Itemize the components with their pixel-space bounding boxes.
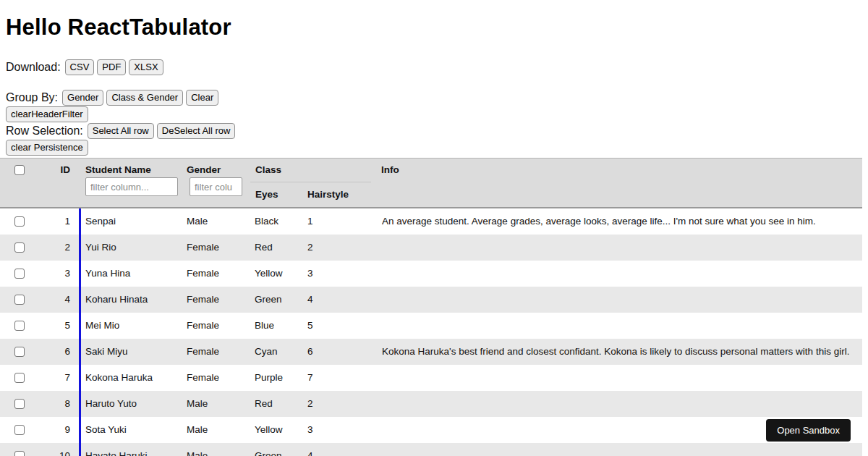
header-gender[interactable]: Gender [182, 159, 250, 207]
row-checkbox-cell [0, 313, 38, 339]
table-row[interactable]: 1 Senpai Male Black 1 An average student… [0, 208, 862, 235]
download-csv-button[interactable]: CSV [65, 59, 95, 75]
cell-info [377, 235, 862, 261]
row-checkbox-cell [0, 365, 38, 391]
deselect-all-row-button[interactable]: DeSelect All row [157, 123, 236, 139]
row-checkbox-cell [0, 208, 38, 235]
cell-hairstyle: 1 [303, 208, 377, 235]
clear-persistence-button[interactable]: clear Persistence [6, 140, 88, 156]
download-toolbar: Download: CSV PDF XLSX [6, 59, 868, 75]
table-row[interactable]: 10 Hayato Haruki Male Green 4 [0, 443, 862, 456]
cell-info [377, 287, 862, 313]
cell-student-name: Senpai [79, 208, 182, 235]
table-row[interactable]: 9 Sota Yuki Male Yellow 3 [0, 417, 862, 443]
row-checkbox-cell [0, 417, 38, 443]
gender-filter-input[interactable] [190, 177, 242, 196]
table-row[interactable]: 8 Haruto Yuto Male Red 2 [0, 391, 862, 417]
select-all-checkbox[interactable] [14, 165, 25, 175]
row-checkbox-cell [0, 287, 38, 313]
cell-gender: Female [182, 339, 250, 365]
page-title: Hello ReactTabulator [6, 14, 862, 41]
cell-id: 8 [38, 391, 79, 417]
cell-student-name: Koharu Hinata [79, 287, 182, 313]
row-checkbox[interactable] [14, 451, 25, 456]
header-info[interactable]: Info [377, 159, 862, 207]
cell-gender: Female [182, 313, 250, 339]
row-checkbox[interactable] [14, 269, 25, 279]
download-pdf-button[interactable]: PDF [97, 59, 126, 75]
cell-gender: Female [182, 235, 250, 261]
cell-id: 9 [38, 417, 79, 443]
cell-info [377, 313, 862, 339]
select-all-row-button[interactable]: Select All row [88, 123, 154, 139]
cell-gender: Male [182, 417, 250, 443]
table-header: ID Student Name Gender Class Eyes Hairst… [0, 158, 862, 208]
cell-student-name: Sota Yuki [79, 417, 182, 443]
cell-gender: Male [182, 443, 250, 456]
header-id[interactable]: ID [38, 159, 79, 207]
cell-info [377, 261, 862, 287]
group-by-label: Group By: [6, 91, 58, 104]
row-checkbox-cell [0, 235, 38, 261]
header-hairstyle[interactable]: Hairstyle [303, 182, 349, 200]
row-checkbox[interactable] [14, 216, 25, 227]
row-checkbox[interactable] [14, 321, 25, 331]
cell-id: 4 [38, 287, 79, 313]
cell-id: 1 [38, 208, 79, 235]
row-checkbox[interactable] [14, 295, 25, 305]
cell-student-name: Saki Miyu [79, 339, 182, 365]
table-row[interactable]: 2 Yui Rio Female Red 2 [0, 235, 862, 261]
cell-info: Kokona Haruka's best friend and closest … [377, 339, 862, 365]
group-by-gender-button[interactable]: Gender [62, 90, 103, 106]
row-selection-toolbar: Row Selection: Select All row DeSelect A… [6, 122, 868, 139]
table-row[interactable]: 4 Koharu Hinata Female Green 4 [0, 287, 862, 313]
cell-eyes: Purple [250, 365, 303, 391]
cell-info [377, 391, 862, 417]
cell-eyes: Yellow [250, 261, 303, 287]
cell-id: 5 [38, 313, 79, 339]
cell-student-name: Haruto Yuto [79, 391, 182, 417]
header-gender-label: Gender [187, 164, 250, 175]
cell-eyes: Yellow [250, 417, 303, 443]
header-student-name-label: Student Name [85, 164, 182, 175]
row-checkbox[interactable] [14, 347, 25, 357]
cell-hairstyle: 7 [303, 365, 377, 391]
header-student-name[interactable]: Student Name [79, 159, 182, 207]
cell-eyes: Black [250, 208, 303, 235]
group-by-class-gender-button[interactable]: Class & Gender [106, 90, 183, 106]
cell-id: 10 [38, 443, 79, 456]
cell-eyes: Blue [250, 313, 303, 339]
student-name-filter-input[interactable] [85, 177, 178, 196]
cell-hairstyle: 2 [303, 391, 377, 417]
cell-hairstyle: 5 [303, 313, 377, 339]
open-sandbox-button[interactable]: Open Sandbox [766, 419, 851, 442]
header-eyes[interactable]: Eyes [250, 182, 303, 200]
table-row[interactable]: 5 Mei Mio Female Blue 5 [0, 313, 862, 339]
cell-info: An average student. Average grades, aver… [377, 208, 862, 235]
row-checkbox-cell [0, 391, 38, 417]
row-checkbox[interactable] [14, 373, 25, 383]
table-row[interactable]: 6 Saki Miyu Female Cyan 6 Kokona Haruka'… [0, 339, 862, 365]
cell-info [377, 365, 862, 391]
class-subheaders: Eyes Hairstyle [250, 182, 377, 200]
row-checkbox[interactable] [14, 242, 25, 253]
cell-gender: Male [182, 208, 250, 235]
cell-hairstyle: 4 [303, 443, 377, 456]
header-class-label[interactable]: Class [250, 159, 377, 182]
group-by-clear-button[interactable]: Clear [186, 90, 218, 106]
cell-eyes: Green [250, 287, 303, 313]
cell-gender: Male [182, 391, 250, 417]
cell-eyes: Red [250, 235, 303, 261]
row-checkbox[interactable] [14, 399, 25, 409]
cell-student-name: Kokona Haruka [79, 365, 182, 391]
table-row[interactable]: 7 Kokona Haruka Female Purple 7 [0, 365, 862, 391]
table-row[interactable]: 3 Yuna Hina Female Yellow 3 [0, 261, 862, 287]
clear-header-filter-button[interactable]: clearHeaderFilter [6, 106, 88, 122]
download-xlsx-button[interactable]: XLSX [129, 59, 163, 75]
row-checkbox-cell [0, 443, 38, 456]
row-selection-label: Row Selection: [6, 124, 83, 138]
cell-id: 7 [38, 365, 79, 391]
row-checkbox[interactable] [14, 425, 25, 435]
cell-id: 6 [38, 339, 79, 365]
cell-id: 3 [38, 261, 79, 287]
